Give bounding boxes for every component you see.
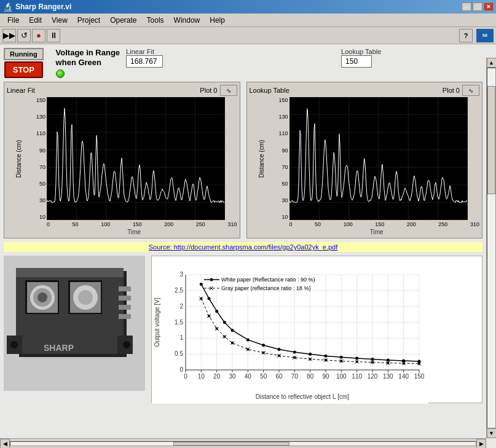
source-link[interactable]: Source: http://document.sharpsma.com/fil… — [4, 242, 482, 252]
close-button[interactable]: ✕ — [484, 2, 494, 11]
right-x-ticks: 0 50 100 150 200 250 310 — [274, 221, 480, 227]
scroll-right-button[interactable]: ▶ — [476, 439, 486, 449]
right-plot-label: Plot 0 — [443, 87, 460, 94]
left-plot-label: Plot 0 — [200, 87, 217, 94]
stop-button[interactable]: ● — [32, 29, 45, 42]
linear-fit-chart: Linear Fit Plot 0 ∿ Distance (cm) — [4, 82, 240, 238]
toolbar: ▶▶ ↺ ● ⏸ ? NI — [0, 27, 496, 44]
scroll-thumb-vertical[interactable] — [487, 86, 495, 194]
right-y-axis: Distance (cm) — [250, 97, 274, 220]
right-plot-controls: Plot 0 ∿ — [443, 85, 479, 96]
right-chart-canvas-container: 150 130 110 90 70 50 30 10 — [274, 97, 480, 235]
scroll-up-button[interactable]: ▲ — [487, 58, 497, 68]
run-continuously-button[interactable]: ↺ — [17, 29, 31, 42]
left-y-title: Distance (cm) — [16, 140, 23, 178]
scroll-thumb-horizontal[interactable] — [173, 442, 289, 446]
vertical-scrollbar[interactable]: ▲ ▼ — [486, 58, 496, 438]
pause-button[interactable]: ⏸ — [47, 29, 60, 42]
left-x-ticks: 0 50 100 150 200 250 310 — [31, 221, 237, 227]
title-bar-left: 🔬 Sharp Ranger.vi — [2, 2, 71, 12]
left-chart-canvas-container: 150 130 110 90 70 50 30 10 — [31, 97, 237, 235]
left-plot-button[interactable]: ∿ — [220, 85, 237, 96]
run-button[interactable]: ▶▶ — [2, 29, 16, 42]
ni-logo: NI — [476, 29, 494, 42]
left-chart-label: Linear Fit — [7, 87, 35, 94]
lookup-table-chart: Lookup Table Plot 0 ∿ Distance (cm) — [246, 82, 483, 238]
sensor-canvas — [4, 256, 145, 391]
lookup-table-display: Lookup Table 150 — [341, 48, 381, 68]
running-indicator[interactable]: Running — [4, 48, 44, 60]
bottom-panel — [4, 256, 482, 403]
charts-row: Linear Fit Plot 0 ∿ Distance (cm) — [4, 82, 482, 238]
lookup-table-value: 150 — [341, 55, 372, 68]
left-chart-canvas — [47, 97, 225, 220]
scroll-track-horizontal[interactable] — [10, 441, 476, 446]
menu-file[interactable]: File — [2, 15, 24, 26]
scroll-track-vertical[interactable] — [487, 68, 496, 428]
green-led-indicator — [56, 69, 65, 78]
scroll-down-button[interactable]: ▼ — [487, 428, 497, 438]
voltage-display: Voltage in Range when Green — [56, 48, 120, 78]
left-chart-header: Linear Fit Plot 0 ∿ — [7, 85, 237, 96]
title-bar: 🔬 Sharp Ranger.vi ─ □ ✕ — [0, 0, 496, 14]
voltage-title-line1: Voltage in Range — [56, 48, 120, 58]
right-chart-area: Distance (cm) 150 130 110 90 70 — [250, 97, 480, 235]
menu-window[interactable]: Window — [169, 15, 205, 26]
menu-bar: File Edit View Project Operate Tools Win… — [0, 14, 496, 27]
right-plot-button[interactable]: ∿ — [462, 85, 479, 96]
run-stop-controls: Running STOP — [4, 48, 44, 78]
right-chart-with-yticks: 150 130 110 90 70 50 30 10 — [274, 97, 480, 220]
voltage-title-line2: when Green — [56, 58, 101, 68]
menu-tools[interactable]: Tools — [142, 15, 169, 26]
left-plot-controls: Plot 0 ∿ — [200, 85, 237, 96]
stop-button-main[interactable]: STOP — [4, 61, 43, 78]
app-icon: 🔬 — [2, 2, 13, 12]
right-x-title: Time — [274, 229, 480, 235]
menu-operate[interactable]: Operate — [105, 15, 141, 26]
right-y-ticks: 150 130 110 90 70 50 30 10 — [274, 97, 289, 220]
sensor-image — [4, 256, 145, 391]
lookup-table-label: Lookup Table — [341, 48, 381, 55]
minimize-button[interactable]: ─ — [462, 2, 471, 11]
menu-view[interactable]: View — [47, 15, 73, 26]
voltage-chart-canvas — [152, 256, 428, 404]
menu-project[interactable]: Project — [73, 15, 105, 26]
maximize-button[interactable]: □ — [473, 2, 482, 11]
left-y-ticks: 150 130 110 90 70 50 30 10 — [31, 97, 47, 220]
menu-edit[interactable]: Edit — [24, 15, 47, 26]
left-chart-area: Distance (cm) 150 130 110 90 — [7, 97, 237, 235]
help-button[interactable]: ? — [459, 29, 473, 42]
right-chart-label: Lookup Table — [250, 87, 289, 94]
right-y-title: Distance (cm) — [258, 140, 265, 178]
linear-fit-value: 168.767 — [126, 55, 163, 68]
voltage-chart — [151, 256, 482, 403]
top-panel: Running STOP Voltage in Range when Green… — [4, 48, 482, 78]
right-chart-inner: 150 130 110 90 70 50 30 10 — [274, 97, 480, 235]
window-title: Sharp Ranger.vi — [15, 2, 71, 11]
left-x-title: Time — [31, 229, 237, 235]
left-chart-inner: 150 130 110 90 70 50 30 10 — [31, 97, 237, 235]
left-chart-with-yticks: 150 130 110 90 70 50 30 10 — [31, 97, 237, 220]
main-content: ▲ ▼ Running STOP Voltage in Range when G… — [0, 44, 496, 448]
menu-help[interactable]: Help — [205, 15, 230, 26]
left-y-axis: Distance (cm) — [7, 97, 31, 220]
linear-fit-display: Linear Fit 168.767 — [126, 48, 163, 68]
horizontal-scrollbar[interactable]: ◀ ▶ — [0, 438, 486, 448]
right-chart-canvas — [289, 97, 468, 220]
right-chart-header: Lookup Table Plot 0 ∿ — [250, 85, 480, 96]
title-bar-buttons: ─ □ ✕ — [462, 2, 494, 11]
linear-fit-label: Linear Fit — [126, 48, 154, 55]
scroll-left-button[interactable]: ◀ — [0, 439, 10, 449]
